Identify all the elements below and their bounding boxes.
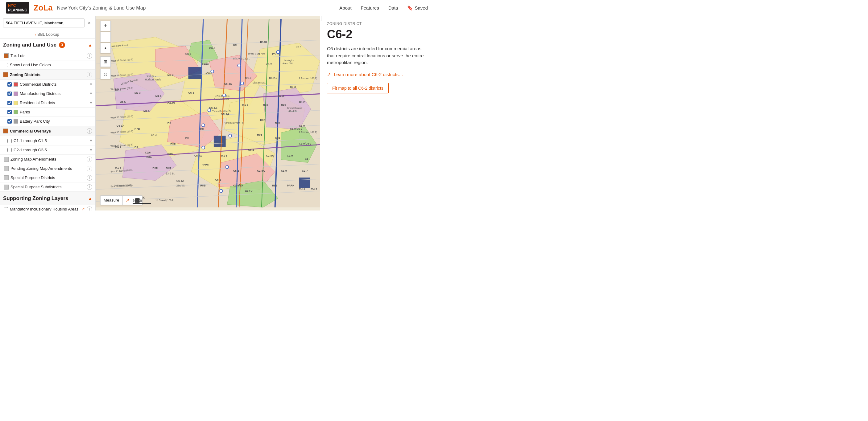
measure-arrow-icon[interactable]: ↗ (122, 196, 132, 205)
svg-text:West 23 Street (60 ft): West 23 Street (60 ft) (111, 143, 133, 148)
svg-text:C6-4.5: C6-4.5 (209, 106, 217, 109)
learn-more-link[interactable]: ↗ Learn more about C6-2 districts… (327, 72, 427, 77)
svg-text:R8B: R8B (200, 184, 206, 187)
residential-districts-chevron[interactable]: ∨ (90, 101, 92, 105)
svg-text:C1-9: C1-9 (281, 169, 287, 172)
c2-1-c2-5-checkbox[interactable] (7, 148, 12, 152)
layer-c1-1-c1-5: C1-1 through C1-5 ∨ (0, 136, 95, 145)
svg-text:R9: R9 (233, 43, 237, 46)
commercial-districts-chevron[interactable]: ∨ (90, 82, 92, 86)
svg-rect-0 (96, 19, 320, 207)
svg-text:Hudson Yards: Hudson Yards (145, 78, 161, 81)
saved-button[interactable]: 🔖 Saved (407, 5, 428, 11)
svg-text:C6-4.5: C6-4.5 (221, 112, 229, 115)
supporting-section-header[interactable]: Supporting Zoning Layers ▲ (0, 192, 95, 205)
c2-1-c2-5-chevron[interactable]: ∨ (90, 148, 92, 152)
manufacturing-districts-chevron[interactable]: ∨ (90, 92, 92, 96)
svg-text:PARK: PARK (202, 163, 210, 166)
supporting-section-title: Supporting Zoning Layers (3, 195, 68, 201)
search-input[interactable] (3, 19, 85, 27)
svg-text:R7B: R7B (134, 127, 140, 130)
app-subtitle: New York City's Zoning & Land Use Map (57, 5, 146, 11)
layer-commercial-districts: Commercial Districts ∨ (0, 80, 95, 89)
map-controls: + − ▲ ⊞ ◎ (100, 21, 111, 79)
svg-point-143 (202, 124, 205, 127)
pending-zoning-map-amendments-info-icon[interactable]: i (87, 166, 92, 171)
svg-line-21 (236, 19, 242, 207)
svg-point-141 (241, 82, 244, 85)
zoning-section-header-left: Zoning and Land Use 3 (3, 42, 65, 48)
zoom-out-button[interactable]: − (100, 32, 111, 42)
print-button[interactable]: ⊞ (100, 56, 111, 67)
locate-button[interactable]: ◎ (100, 69, 111, 79)
svg-marker-16 (227, 181, 278, 207)
special-purpose-districts-info-icon[interactable]: i (87, 175, 92, 181)
right-panel-close-button[interactable]: × (320, 16, 321, 21)
layer-tax-lots: Tax Lots i (0, 51, 95, 60)
layer-zoning-map-amendments: Zoning Map Amendments i (0, 155, 95, 164)
residential-districts-checkbox[interactable] (7, 101, 12, 105)
svg-marker-6 (251, 43, 320, 97)
nav-about[interactable]: About (339, 5, 351, 10)
svg-text:M1-5: M1-5 (120, 100, 126, 103)
svg-text:R9B: R9B (257, 133, 262, 136)
zoning-section-header[interactable]: Zoning and Land Use 3 ▲ (0, 39, 95, 51)
residential-districts-color (13, 101, 18, 105)
svg-text:R8: R8 (185, 136, 189, 139)
c1-1-c1-5-chevron[interactable]: ∨ (90, 139, 92, 143)
map-canvas: West 50 Street West 48 Street (60 ft) We… (96, 16, 320, 210)
right-panel-section-label: ZONING DISTRICT (327, 22, 427, 26)
svg-text:M1-6: M1-6 (245, 76, 251, 79)
manufacturing-districts-checkbox[interactable] (7, 92, 12, 96)
app-title: ZoLa (34, 3, 53, 13)
svg-text:23rd St: 23rd St (177, 184, 185, 187)
nav-data[interactable]: Data (389, 5, 398, 10)
svg-text:PARK: PARK (272, 53, 280, 56)
svg-line-26 (96, 94, 320, 106)
nyc-logo-line1: NYC (8, 3, 27, 8)
mandatory-inclusionary-housing-external-icon[interactable]: ↗ (82, 207, 85, 210)
tax-lots-info-icon[interactable]: i (87, 53, 92, 59)
left-panel: × › BBL Lookup Zoning and Land Use 3 ▲ T… (0, 16, 96, 210)
svg-text:M3-2: M3-2 (299, 187, 305, 190)
svg-line-31 (96, 84, 320, 93)
right-panel: × ZONING DISTRICT C6-2 C6 districts are … (320, 16, 434, 210)
svg-text:34th St -: 34th St - (147, 75, 156, 78)
svg-text:C5-2: C5-2 (215, 178, 221, 181)
svg-rect-18 (214, 136, 226, 147)
svg-rect-19 (299, 177, 310, 188)
special-purpose-subdistricts-info-icon[interactable]: i (87, 184, 92, 190)
search-clear-button[interactable]: × (86, 20, 92, 27)
svg-text:C5-3: C5-3 (290, 85, 296, 89)
zoning-districts-info-icon[interactable]: i (87, 72, 92, 77)
svg-text:R10: R10 (263, 103, 268, 106)
battery-park-city-checkbox[interactable] (7, 119, 12, 124)
commercial-districts-checkbox[interactable] (7, 82, 12, 87)
north-button[interactable]: ▲ (100, 43, 111, 53)
commercial-overlays-info-icon[interactable]: i (87, 128, 92, 134)
commercial-overlays-color (3, 129, 8, 133)
map-area[interactable]: West 50 Street West 48 Street (60 ft) We… (96, 16, 320, 210)
right-panel-main-title: C6-2 (327, 28, 427, 41)
mandatory-inclusionary-housing-checkbox[interactable] (4, 207, 8, 211)
special-purpose-districts-color (4, 175, 9, 180)
svg-marker-8 (209, 55, 257, 91)
show-land-use-label: Show Land Use Colors (10, 63, 92, 67)
parks-checkbox[interactable] (7, 110, 12, 114)
zoning-districts-label: Zoning Districts (10, 72, 85, 77)
c1-1-c1-5-checkbox[interactable] (7, 139, 12, 143)
svg-text:1 Avenue (100 ft): 1 Avenue (100 ft) (299, 131, 317, 133)
zoom-in-button[interactable]: + (100, 21, 111, 31)
zoning-map-amendments-info-icon[interactable]: i (87, 157, 92, 162)
bbl-lookup[interactable]: › BBL Lookup (0, 30, 95, 39)
mandatory-inclusionary-housing-info-icon[interactable]: i (87, 206, 92, 211)
svg-text:C5-2: C5-2 (299, 100, 305, 103)
svg-point-138 (211, 70, 214, 73)
svg-text:West 30 Street (60 ft): West 30 Street (60 ft) (111, 130, 133, 134)
show-land-use-checkbox[interactable] (4, 63, 8, 67)
fit-map-button[interactable]: Fit map to all C6-2 districts (327, 83, 389, 93)
svg-line-32 (96, 110, 320, 121)
parks-label: Parks (20, 110, 92, 114)
nav-features[interactable]: Features (361, 5, 379, 10)
zoning-section-title: Zoning and Land Use (3, 42, 57, 48)
